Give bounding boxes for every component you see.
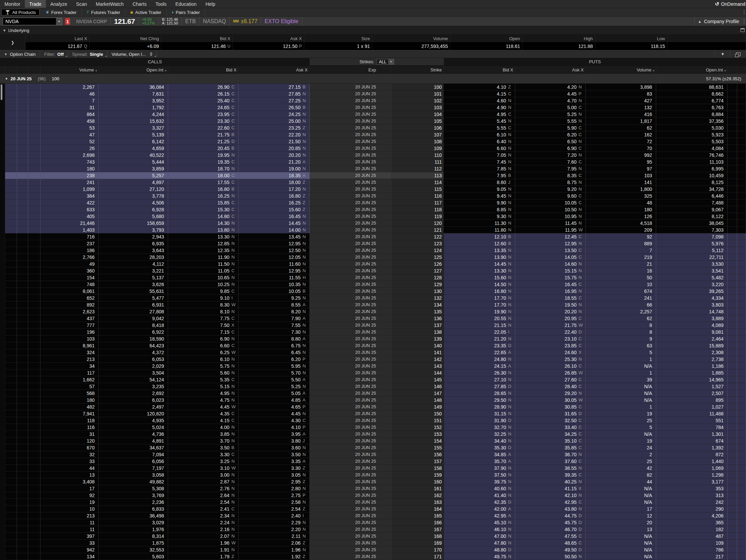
put-bid-cell[interactable]: 31.15N	[444, 410, 515, 417]
exp-cell[interactable]: 20 JUN 25	[310, 288, 392, 295]
symbol-input[interactable]: NVDA ▼	[3, 18, 62, 25]
call-open-int-cell[interactable]: 64,423	[99, 342, 168, 349]
call-volume-cell[interactable]: 31	[40, 431, 99, 438]
put-volume-cell[interactable]: 2	[586, 451, 656, 458]
put-open-int-cell[interactable]: 1,527	[656, 383, 728, 390]
chain-row-strike-136[interactable]: 4379,0427.75C7.90A20 JUN 2513620.55N20.9…	[0, 315, 746, 322]
chain-row-strike-111[interactable]: 7435,44419.35C21.20A20 JUN 251117.45N7.6…	[0, 159, 746, 165]
chain-row-strike-163[interactable]: 192,2362.54N2.58N20 JUN 2516342.35D42.95…	[0, 499, 746, 506]
option-chain-collapse-icon[interactable]: ▼	[4, 52, 7, 56]
strike-header[interactable]: Strike	[392, 66, 444, 74]
strike-cell[interactable]: 138	[392, 329, 444, 335]
call-bid-cell[interactable]: 11.90N	[168, 254, 239, 261]
call-volume-cell[interactable]: 21,446	[40, 220, 99, 227]
put-ask-cell[interactable]: 40.25N	[515, 478, 586, 485]
call-volume-cell[interactable]: 237	[40, 240, 99, 247]
call-open-int-cell[interactable]: 2,692	[99, 390, 168, 397]
chain-row-strike-108[interactable]: 526,14221.25D21.50N20 JUN 251086.40N6.50…	[0, 138, 746, 145]
put-volume-cell[interactable]: 180	[586, 206, 656, 213]
chain-row-strike-101[interactable]: 467,63126.15C27.85N20 JUN 251014.15C4.45…	[0, 90, 746, 97]
put-bid-cell[interactable]: 42.95A	[444, 512, 515, 519]
call-volume-cell[interactable]: 241	[40, 179, 99, 186]
strike-cell[interactable]: 167	[392, 526, 444, 533]
exp-cell[interactable]: 20 JUN 25	[310, 145, 392, 152]
call-bid-cell[interactable]: 16.25N	[168, 193, 239, 199]
call-bid-cell[interactable]: 5.35C	[168, 376, 239, 383]
chain-row-strike-161[interactable]: 175,3082.76N2.80N20 JUN 2516140.60N41.15…	[0, 485, 746, 492]
put-volume-cell[interactable]: N/A	[586, 431, 656, 438]
put-open-int-cell[interactable]: 7,488	[656, 199, 728, 206]
put-open-int-cell[interactable]: 34,728	[656, 186, 728, 193]
call-volume-cell[interactable]: 437	[40, 315, 99, 322]
put-bid-cell[interactable]: 6.10N	[444, 131, 515, 138]
put-volume-cell[interactable]: 126	[586, 213, 656, 220]
put-bid-cell[interactable]: 12.60B	[444, 240, 515, 247]
put-ask-cell[interactable]: 24.60X	[515, 349, 586, 356]
call-open-int-cell[interactable]: 27,808	[99, 308, 168, 315]
call-bid-cell[interactable]: 13.80N	[168, 227, 239, 233]
strike-cell[interactable]: 170	[392, 546, 444, 553]
exp-cell[interactable]: 20 JUN 25	[310, 165, 392, 172]
call-volume-cell[interactable]: 405	[40, 213, 99, 220]
put-ask-cell[interactable]: 30.05W	[515, 397, 586, 403]
call-ask-cell[interactable]: 12.95N	[239, 240, 310, 247]
put-bid-cell[interactable]: 26.30N	[444, 369, 515, 376]
put-open-int-cell[interactable]: 4,206	[656, 512, 728, 519]
ondemand-button[interactable]: ↺ OnDemand	[715, 0, 746, 8]
put-ask-cell[interactable]: 32.50C	[515, 417, 586, 424]
put-volume-cell[interactable]: 70	[586, 145, 656, 152]
call-ask-cell[interactable]: 15.60Z	[239, 206, 310, 213]
call-open-int-cell[interactable]: 2,943	[99, 233, 168, 240]
put-ask-cell[interactable]: 25.30N	[515, 356, 586, 363]
call-bid-header[interactable]: Bid X	[168, 66, 239, 74]
exp-cell[interactable]: 20 JUN 25	[310, 349, 392, 356]
put-volume-cell[interactable]: 19	[586, 438, 656, 444]
exp-cell[interactable]: 20 JUN 25	[310, 84, 392, 90]
put-bid-cell[interactable]: 7.05N	[444, 152, 515, 159]
put-bid-cell[interactable]: 27.10N	[444, 376, 515, 383]
chain-row-strike-115[interactable]: 1,09927,12016.80B17.20N20 JUN 251159.05N…	[0, 186, 746, 193]
strike-cell[interactable]: 151	[392, 417, 444, 424]
put-volume-cell[interactable]: 21	[586, 261, 656, 267]
call-ask-cell[interactable]: 7.55N	[239, 322, 310, 329]
put-volume-cell[interactable]: 92	[586, 233, 656, 240]
call-ask-cell[interactable]: 2.95Z	[239, 478, 310, 485]
strike-cell[interactable]: 160	[392, 478, 444, 485]
put-ask-cell[interactable]: 49.50D	[515, 546, 586, 553]
put-ask-cell[interactable]: 12.95N	[515, 240, 586, 247]
call-volume-cell[interactable]: 134	[40, 553, 99, 560]
call-bid-cell[interactable]: 23.95C	[168, 111, 239, 118]
call-ask-cell[interactable]: 16.45N	[239, 213, 310, 220]
put-ask-cell[interactable]: 44.75D	[515, 512, 586, 519]
call-volume-cell[interactable]: 57	[40, 383, 99, 390]
detach-panel-button[interactable]	[730, 50, 746, 58]
strike-cell[interactable]: 122	[392, 233, 444, 240]
call-open-int-cell[interactable]: 3,778	[99, 193, 168, 199]
put-bid-cell[interactable]: 42.35D	[444, 499, 515, 506]
put-open-int-cell[interactable]: 14,965	[656, 376, 728, 383]
call-bid-cell[interactable]: 9.10I	[168, 295, 239, 301]
call-open-int-cell[interactable]: 3,235	[99, 383, 168, 390]
put-bid-cell[interactable]: 37.50N	[444, 472, 515, 478]
call-bid-cell[interactable]: 14.30N	[168, 220, 239, 227]
put-bid-cell[interactable]: 11.80N	[444, 227, 515, 233]
put-bid-cell[interactable]: 6.60N	[444, 145, 515, 152]
call-volume-cell[interactable]: 52	[40, 138, 99, 145]
put-volume-cell[interactable]: N/A	[586, 492, 656, 499]
underlying-expander-button[interactable]: ❯	[0, 35, 26, 50]
call-bid-cell[interactable]: 4.45W	[168, 403, 239, 410]
chain-row-strike-165[interactable]: 21336,4982.34N2.40I20 JUN 2516542.95A44.…	[0, 512, 746, 519]
strike-cell[interactable]: 162	[392, 492, 444, 499]
chain-row-strike-113[interactable]: 2385,25718.00C18.35A20 JUN 251137.95B8.3…	[0, 172, 746, 179]
call-open-int-cell[interactable]: 55,631	[99, 288, 168, 295]
strike-cell[interactable]: 101	[392, 90, 444, 97]
exp-cell[interactable]: 20 JUN 25	[310, 213, 392, 220]
put-open-int-cell[interactable]: 182	[656, 526, 728, 533]
call-volume-cell[interactable]: 942	[40, 546, 99, 553]
put-bid-cell[interactable]: 46.10N	[444, 526, 515, 533]
call-open-int-cell[interactable]: 18,590	[99, 335, 168, 342]
put-bid-cell[interactable]: 20.55N	[444, 315, 515, 322]
call-ask-cell[interactable]: 3.30Z	[239, 465, 310, 472]
put-bid-cell[interactable]: 13.30N	[444, 267, 515, 274]
call-ask-cell[interactable]: 14.00N	[239, 227, 310, 233]
